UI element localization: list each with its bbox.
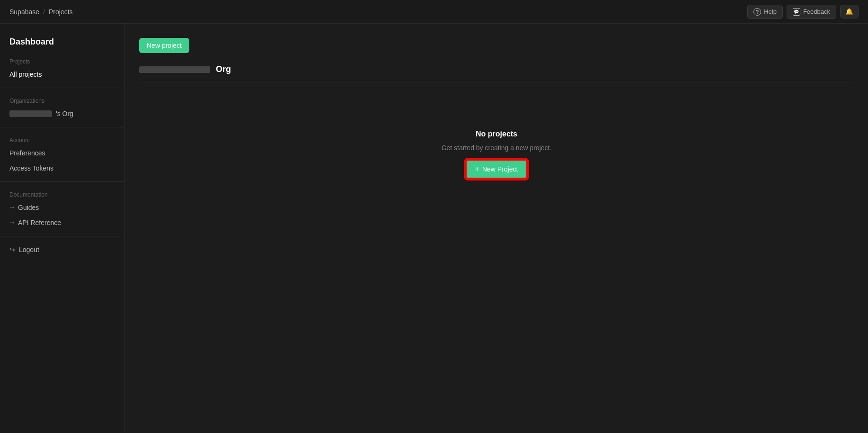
logout-label: Logout [19,246,39,253]
sidebar-divider-4 [0,236,124,236]
main-content: New project Org No projects Get started … [125,24,868,433]
org-header: Org [139,64,854,82]
api-reference-label: API Reference [18,219,61,226]
empty-state: No projects Get started by creating a ne… [139,130,854,179]
guides-label: Guides [18,204,39,211]
sidebar-all-projects-label: All projects [9,71,42,78]
feedback-label: Feedback [803,8,830,15]
feedback-icon: 💬 [793,8,800,16]
notifications-button[interactable]: 🔔 [840,5,859,18]
sidebar-item-guides[interactable]: ↗ Guides [0,200,124,215]
breadcrumb: Supabase / Projects [9,8,73,16]
empty-title: No projects [476,130,517,138]
help-icon: ? [753,8,761,16]
sidebar-section-orgs-label: Organizations [0,94,124,106]
sidebar-divider-2 [0,127,124,127]
sidebar-title: Dashboard [0,33,124,54]
access-tokens-label: Access Tokens [9,164,53,172]
sidebar-org-name: 's Org [56,110,73,117]
main-layout: Dashboard Projects All projects Organiza… [0,24,868,433]
bell-icon: 🔔 [845,8,853,15]
sidebar-item-org[interactable]: 's Org [0,106,124,121]
org-logo-redacted [139,66,210,73]
org-name-redacted [9,110,52,117]
sidebar-section-docs-label: Documentation [0,188,124,200]
sidebar-section-projects-label: Projects [0,54,124,67]
empty-subtitle: Get started by creating a new project. [442,144,552,152]
sidebar-item-access-tokens[interactable]: Access Tokens [0,161,124,176]
logout-item[interactable]: ↪ Logout [0,242,124,257]
help-label: Help [764,8,777,15]
new-project-center-label: New Project [482,165,518,173]
plus-icon: + [475,165,479,173]
sidebar: Dashboard Projects All projects Organiza… [0,24,125,433]
external-link-icon-guides: ↗ [8,204,16,212]
sidebar-divider-3 [0,181,124,182]
external-link-icon-api: ↗ [8,219,16,227]
logout-icon: ↪ [9,246,15,253]
preferences-label: Preferences [9,149,45,157]
top-header: Supabase / Projects ? Help 💬 Feedback 🔔 [0,0,868,24]
sidebar-item-all-projects[interactable]: All projects [0,67,124,82]
header-left: Supabase / Projects [9,8,73,16]
sidebar-item-preferences[interactable]: Preferences [0,145,124,161]
sidebar-section-account-label: Account [0,133,124,145]
breadcrumb-supabase[interactable]: Supabase [9,8,39,16]
sidebar-divider-1 [0,88,124,88]
breadcrumb-projects[interactable]: Projects [49,8,73,16]
sidebar-item-api-reference[interactable]: ↗ API Reference [0,215,124,230]
header-right: ? Help 💬 Feedback 🔔 [747,5,859,19]
help-button[interactable]: ? Help [747,5,783,19]
feedback-button[interactable]: 💬 Feedback [787,5,836,19]
breadcrumb-separator: / [43,8,45,16]
org-name-heading: Org [216,64,231,74]
new-project-center-button[interactable]: + New Project [465,159,528,179]
new-project-top-button[interactable]: New project [139,38,189,53]
